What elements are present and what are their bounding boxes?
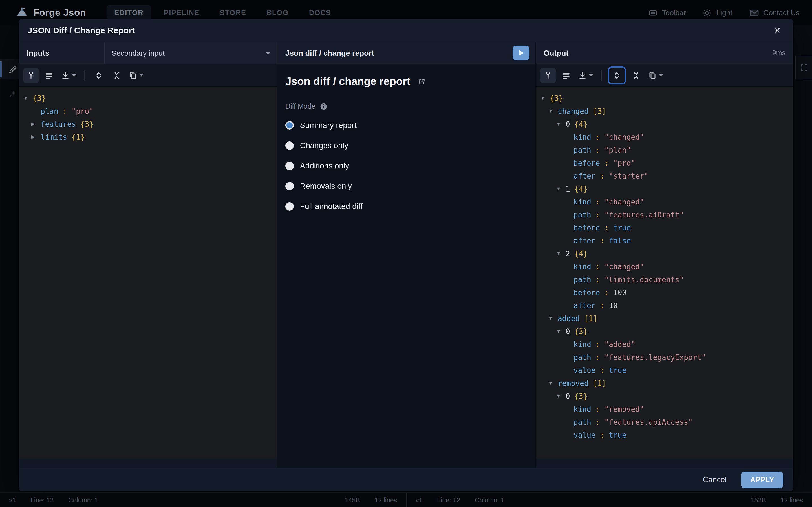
copy-icon [129, 71, 138, 80]
tree-view-icon [544, 71, 553, 80]
json-token-c: : [596, 234, 609, 247]
status-bar: v1 Line: 12 Column: 1 145B 12 lines v1 L… [0, 492, 812, 507]
tree-bottom-gap [18, 459, 277, 467]
toggle-arrow-icon[interactable]: ▼ [556, 390, 566, 403]
json-token-c: : [591, 260, 605, 273]
json-token-c: : [591, 131, 605, 144]
expand-all-button-focused[interactable] [608, 66, 626, 84]
json-token-k: limits [41, 131, 67, 144]
size-indicator: 152B [751, 497, 766, 503]
radio-summary-report[interactable]: Summary report [285, 121, 527, 129]
tree-view-button[interactable] [540, 67, 556, 83]
tree-row: ▼0 {3} [536, 390, 794, 403]
apply-button[interactable]: APPLY [741, 471, 783, 488]
theme-toggle[interactable]: Light [703, 8, 732, 17]
tree-row: path : "plan" [536, 144, 794, 157]
output-json-tree: ▼{3}▼changed [3]▼0 {4}kind : "changed"pa… [536, 87, 794, 459]
toggle-arrow-icon[interactable]: ▼ [556, 182, 566, 195]
inputs-json-tree: ▼{3}plan : "pro"▶features {3}▶limits {1} [18, 87, 277, 459]
text-view-button[interactable] [41, 67, 57, 83]
tree-row: kind : "changed" [536, 260, 794, 273]
info-icon[interactable] [320, 103, 328, 110]
cancel-button[interactable]: Cancel [703, 475, 726, 484]
json-token-k: added [558, 312, 580, 325]
json-token-k: kind [573, 403, 591, 416]
toggle-arrow-icon[interactable]: ▼ [540, 92, 550, 105]
tree-row: path : "limits.documents" [536, 273, 794, 286]
toggle-arrow-icon[interactable]: ▼ [548, 105, 558, 118]
radio-dot [285, 202, 294, 210]
radio-removals-only[interactable]: Removals only [285, 181, 527, 190]
download-button[interactable] [59, 67, 78, 83]
external-link-icon[interactable] [417, 77, 425, 86]
download-button[interactable] [576, 67, 595, 83]
tree-row: ▼1 {4} [536, 182, 794, 195]
sun-icon [703, 8, 712, 17]
brand[interactable]: Forge Json [16, 6, 86, 19]
json-token-s: "features.legacyExport" [605, 351, 706, 364]
json-token-s: "plan" [605, 144, 631, 157]
radio-changes-only[interactable]: Changes only [285, 141, 527, 150]
text-view-button[interactable] [558, 67, 574, 83]
close-icon[interactable]: ✕ [770, 23, 784, 38]
json-token-k: value [573, 429, 596, 442]
toggle-arrow-icon[interactable]: ▼ [23, 92, 33, 105]
json-token-bool: true [609, 364, 626, 377]
json-token-k: before [573, 286, 600, 299]
toggle-arrow-icon[interactable]: ▼ [556, 325, 566, 338]
tree-view-icon [27, 71, 36, 80]
ai-tool-button[interactable] [0, 84, 18, 104]
nav-right: Toolbar Light Contact Us [649, 8, 800, 17]
toolbar-toggle[interactable]: Toolbar [649, 8, 686, 17]
toggle-arrow-icon[interactable]: ▶ [31, 131, 41, 144]
toggle-arrow-icon[interactable]: ▼ [556, 118, 566, 131]
json-token-c: : [600, 221, 613, 234]
pencil-icon [8, 64, 17, 74]
fullscreen-button[interactable] [795, 56, 812, 79]
inputs-panel: Inputs Secondary input [18, 42, 277, 467]
tool-panel-body: Json diff / change report Diff Mode [277, 64, 535, 222]
tree-row: ▶limits {1} [18, 131, 277, 144]
toolbar-divider [84, 70, 85, 80]
diff-mode-label: Diff Mode [285, 103, 315, 110]
status-left-editor: v1 Line: 12 Column: 1 145B 12 lines [0, 493, 406, 507]
tab-blog[interactable]: BLOG [259, 5, 297, 20]
radio-full-annotated-diff[interactable]: Full annotated diff [285, 202, 527, 211]
toggle-arrow-icon[interactable]: ▼ [556, 247, 566, 260]
copy-button[interactable] [646, 67, 665, 83]
contact-us-link[interactable]: Contact Us [749, 8, 800, 17]
tab-pipeline[interactable]: PIPELINE [156, 5, 207, 20]
toolbar-panel-icon [649, 8, 658, 17]
json-token-k: kind [573, 131, 591, 144]
edit-tool-button[interactable] [0, 59, 18, 79]
json-token-s: "removed" [605, 403, 644, 416]
tree-view-button[interactable] [23, 67, 39, 83]
modal-titlebar: JSON Diff / Change Report ✕ [18, 18, 794, 42]
expand-all-button[interactable] [91, 67, 107, 83]
tab-docs[interactable]: DOCS [301, 5, 339, 20]
json-token-k: removed [558, 377, 589, 390]
tab-store[interactable]: STORE [212, 5, 254, 20]
app-stage: Forge Json EDITOR PIPELINE STORE BLOG DO… [0, 0, 812, 507]
radio-label: Summary report [300, 121, 357, 129]
secondary-input-select[interactable]: Secondary input [104, 42, 277, 64]
copy-button[interactable] [127, 67, 146, 83]
toggle-arrow-icon[interactable]: ▼ [548, 312, 558, 325]
toggle-arrow-icon[interactable]: ▶ [31, 118, 41, 131]
run-button[interactable] [513, 46, 529, 60]
json-token-k: path [573, 273, 591, 286]
modal-title: JSON Diff / Change Report [28, 25, 135, 35]
radio-additions-only[interactable]: Additions only [285, 161, 527, 170]
tab-editor[interactable]: EDITOR [106, 5, 151, 20]
collapse-all-button[interactable] [628, 67, 644, 83]
json-token-br: [1] [580, 312, 598, 325]
toggle-arrow-icon[interactable]: ▼ [548, 377, 558, 390]
json-token-br: [1] [589, 377, 606, 390]
play-icon [518, 50, 524, 56]
json-diff-modal: JSON Diff / Change Report ✕ Inputs Secon… [18, 18, 794, 491]
expand-all-icon [612, 71, 621, 80]
tree-row: plan : "pro" [18, 105, 277, 118]
collapse-all-button[interactable] [109, 67, 124, 83]
json-token-k: features [41, 118, 76, 131]
json-token-c: : [600, 157, 613, 170]
